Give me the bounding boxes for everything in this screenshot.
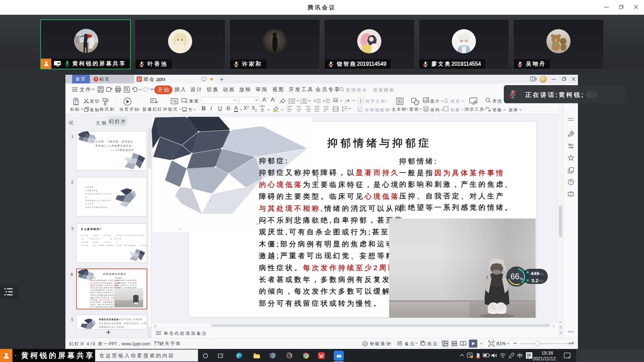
svg-text:3: 3 xyxy=(300,102,302,104)
svg-text:%: % xyxy=(520,277,523,281)
svg-text:A: A xyxy=(488,107,489,109)
svg-text:1: 1 xyxy=(532,77,534,81)
svg-text:K/s: K/s xyxy=(539,272,543,276)
svg-text:A: A xyxy=(398,100,401,103)
svg-text:K/s: K/s xyxy=(539,279,543,283)
svg-text:449: 449 xyxy=(531,270,539,276)
svg-text:B: B xyxy=(488,110,490,112)
svg-text:66: 66 xyxy=(511,272,520,281)
svg-text:3.2: 3.2 xyxy=(531,278,538,283)
